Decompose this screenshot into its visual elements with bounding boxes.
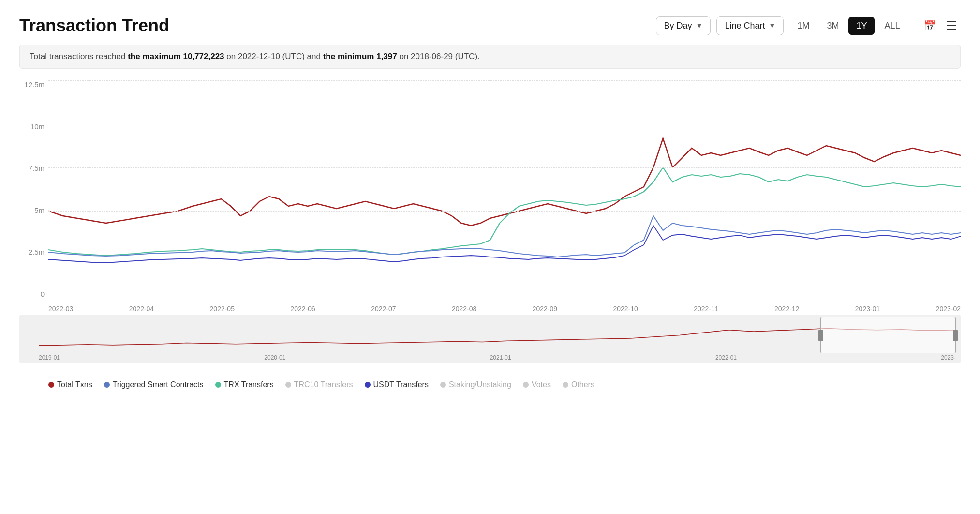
y-label-5m: 5m bbox=[19, 206, 48, 214]
legend-item-votes[interactable]: Votes bbox=[523, 380, 551, 389]
legend-item-trc10[interactable]: TRC10 Transfers bbox=[285, 380, 353, 389]
legend-item-trx-transfers[interactable]: TRX Transfers bbox=[215, 380, 274, 389]
legend-label-others: Others bbox=[571, 380, 594, 389]
time-btn-3m[interactable]: 3M bbox=[819, 17, 846, 35]
info-text-before: Total transactions reached bbox=[30, 52, 128, 61]
range-handle-left[interactable] bbox=[818, 330, 823, 341]
legend-dot-votes bbox=[523, 382, 529, 388]
legend: Total Txns Triggered Smart Contracts TRX… bbox=[19, 373, 961, 391]
page-header: Transaction Trend By Day ▼ Line Chart ▼ … bbox=[19, 15, 961, 36]
mini-chart-area[interactable]: 2019-01 2020-01 2021-01 2022-01 2023- bbox=[19, 315, 961, 363]
legend-dot-total-txns bbox=[48, 382, 54, 388]
legend-label-votes: Votes bbox=[532, 380, 551, 389]
x-label-5: 2022-08 bbox=[452, 305, 476, 313]
legend-dot-staking bbox=[440, 382, 446, 388]
menu-icon[interactable]: ☰ bbox=[942, 16, 961, 35]
page-title: Transaction Trend bbox=[19, 15, 169, 36]
legend-item-usdt[interactable]: USDT Transfers bbox=[365, 380, 429, 389]
range-selector[interactable] bbox=[820, 317, 956, 353]
chevron-down-icon-2: ▼ bbox=[769, 22, 776, 30]
total-txns-line bbox=[48, 138, 961, 226]
time-btn-1m[interactable]: 1M bbox=[789, 17, 817, 35]
x-label-8: 2022-11 bbox=[694, 305, 718, 313]
time-btn-1y[interactable]: 1Y bbox=[848, 17, 875, 35]
x-label-3: 2022-06 bbox=[290, 305, 315, 313]
chevron-down-icon: ▼ bbox=[696, 22, 703, 30]
y-label-75m: 7.5m bbox=[19, 164, 48, 172]
x-label-6: 2022-09 bbox=[533, 305, 557, 313]
y-label-0: 0 bbox=[19, 290, 48, 298]
chart-type-label: Line Chart bbox=[725, 21, 765, 31]
legend-label-trc10: TRC10 Transfers bbox=[294, 380, 353, 389]
x-label-9: 2022-12 bbox=[774, 305, 799, 313]
time-btn-all[interactable]: ALL bbox=[876, 17, 907, 35]
mini-x-label-2: 2021-01 bbox=[490, 354, 511, 361]
x-axis: 2022-03 2022-04 2022-05 2022-06 2022-07 … bbox=[48, 298, 961, 313]
mini-x-label-0: 2019-01 bbox=[39, 354, 60, 361]
x-label-1: 2022-04 bbox=[129, 305, 154, 313]
chart-canvas bbox=[48, 80, 961, 298]
x-label-7: 2022-10 bbox=[613, 305, 638, 313]
grid-line-75m bbox=[48, 167, 961, 168]
calendar-icon[interactable]: 📅 bbox=[924, 20, 936, 31]
trx-transfers-line bbox=[48, 167, 961, 256]
chart-type-dropdown[interactable]: Line Chart ▼ bbox=[716, 16, 784, 35]
x-label-10: 2023-01 bbox=[855, 305, 880, 313]
chart-svg bbox=[48, 80, 961, 298]
legend-dot-trx-transfers bbox=[215, 382, 221, 388]
legend-label-total-txns: Total Txns bbox=[57, 380, 92, 389]
mini-x-label-3: 2022-01 bbox=[715, 354, 737, 361]
legend-item-others[interactable]: Others bbox=[563, 380, 594, 389]
by-day-label: By Day bbox=[664, 21, 692, 31]
controls-bar: By Day ▼ Line Chart ▼ 1M 3M 1Y ALL 📅 ☰ bbox=[656, 16, 961, 35]
vertical-divider bbox=[916, 19, 917, 32]
x-label-4: 2022-07 bbox=[371, 305, 396, 313]
legend-label-smart-contracts: Triggered Smart Contracts bbox=[113, 380, 204, 389]
legend-label-trx-transfers: TRX Transfers bbox=[224, 380, 274, 389]
mini-x-label-4: 2023- bbox=[941, 354, 956, 361]
y-label-25m: 2.5m bbox=[19, 248, 48, 256]
x-label-0: 2022-03 bbox=[48, 305, 73, 313]
grid-line-25m bbox=[48, 255, 961, 255]
legend-item-staking[interactable]: Staking/Unstaking bbox=[440, 380, 511, 389]
max-value: the maximum 10,772,223 bbox=[128, 52, 224, 61]
grid-line-5m bbox=[48, 211, 961, 212]
y-label-125m: 12.5m bbox=[19, 80, 48, 89]
legend-dot-trc10 bbox=[285, 382, 291, 388]
legend-label-staking: Staking/Unstaking bbox=[449, 380, 511, 389]
triggered-smart-contracts-line bbox=[48, 216, 961, 257]
x-label-11: 2023-02 bbox=[936, 305, 961, 313]
legend-label-usdt: USDT Transfers bbox=[373, 380, 429, 389]
y-axis: 12.5m 10m 7.5m 5m 2.5m 0 bbox=[19, 80, 48, 313]
x-label-2: 2022-05 bbox=[210, 305, 235, 313]
info-text-after: on 2018-06-29 (UTC). bbox=[397, 52, 480, 61]
min-value: the minimum 1,397 bbox=[323, 52, 397, 61]
legend-item-smart-contracts[interactable]: Triggered Smart Contracts bbox=[104, 380, 204, 389]
legend-dot-others bbox=[563, 382, 568, 388]
mini-x-axis: 2019-01 2020-01 2021-01 2022-01 2023- bbox=[39, 354, 956, 361]
legend-dot-smart-contracts bbox=[104, 382, 110, 388]
legend-dot-usdt bbox=[365, 382, 371, 388]
y-label-10m: 10m bbox=[19, 122, 48, 131]
by-day-dropdown[interactable]: By Day ▼ bbox=[656, 16, 711, 35]
main-chart-area: 12.5m 10m 7.5m 5m 2.5m 0 2022-03 2022-04… bbox=[19, 80, 961, 313]
mini-x-label-1: 2020-01 bbox=[264, 354, 285, 361]
range-handle-right[interactable] bbox=[953, 330, 958, 341]
grid-line-10m bbox=[48, 124, 961, 124]
legend-item-total-txns[interactable]: Total Txns bbox=[48, 380, 92, 389]
time-range-buttons: 1M 3M 1Y ALL bbox=[789, 17, 907, 35]
grid-line-125m bbox=[48, 80, 961, 81]
info-bar: Total transactions reached the maximum 1… bbox=[19, 45, 961, 69]
info-text-mid: on 2022-12-10 (UTC) and bbox=[224, 52, 323, 61]
